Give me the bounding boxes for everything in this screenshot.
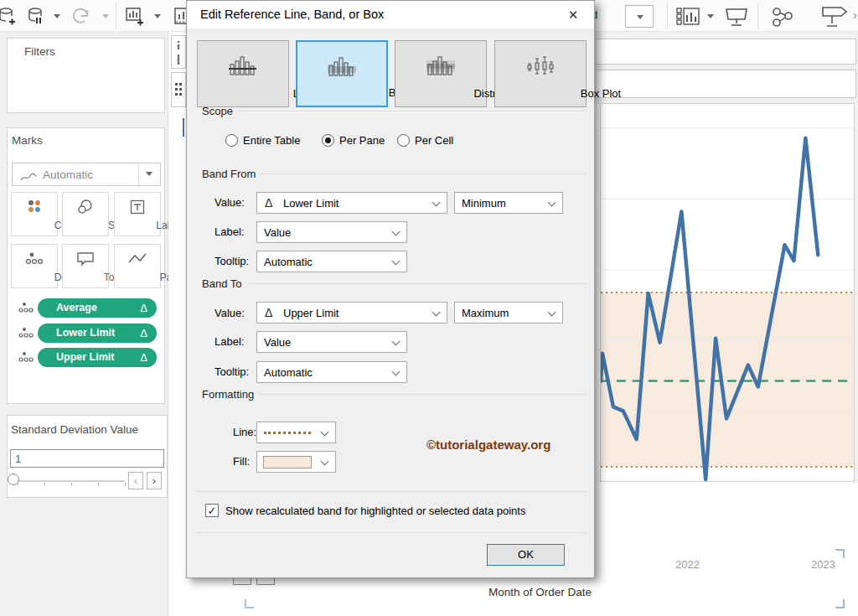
filters-card: Filters: [7, 38, 165, 113]
parameter-slider-handle[interactable]: [8, 474, 19, 485]
scope-per-cell-radio[interactable]: Per Cell: [397, 133, 473, 148]
new-worksheet-icon[interactable]: [124, 6, 146, 29]
delta-icon: Δ: [140, 298, 147, 318]
mark-type-value: Automatic: [43, 168, 93, 181]
detail-button[interactable]: Detail: [11, 244, 58, 288]
scope-entire-table-radio[interactable]: Entire Table: [225, 133, 318, 148]
chart-pane: [600, 103, 855, 482]
selection-corner-icon: [835, 549, 845, 558]
label-button[interactable]: Label: [114, 192, 161, 236]
type-line-button[interactable]: Line: [197, 40, 289, 107]
path-icon: [127, 251, 147, 267]
mark-type-caret-button[interactable]: [138, 163, 160, 185]
share-icon[interactable]: [769, 4, 796, 33]
section-divider: [239, 111, 586, 111]
fit-dropdown-button[interactable]: [625, 5, 654, 28]
band-to-aggregation-dropdown[interactable]: Maximum: [454, 302, 563, 324]
slider-tick: [125, 483, 126, 486]
band-to-value-dropdown[interactable]: Δ Upper Limit: [256, 302, 447, 324]
slider-tick: [98, 483, 99, 486]
delta-icon: Δ: [265, 306, 272, 319]
pause-updates-caret-icon[interactable]: [54, 14, 60, 18]
parameter-card: Standard Deviation Value ‹ ›: [7, 415, 168, 498]
pill-row: Lower Limit Δ: [8, 324, 166, 343]
filters-title: Filters: [24, 45, 55, 58]
highlight-caret-icon[interactable]: [707, 14, 714, 18]
band-to-section-title: Band To: [202, 277, 241, 290]
size-button[interactable]: Size: [62, 192, 109, 236]
selection-corner-icon: [245, 599, 254, 608]
dotted-line-preview-icon: [264, 432, 311, 434]
chevron-down-icon: [321, 458, 329, 466]
box-plot-type-icon: [525, 54, 556, 78]
show-recalculated-band-label: Show recalculated band for highlighted o…: [225, 505, 525, 517]
x-axis-tick-2022: 2022: [675, 558, 700, 571]
line-style-dropdown[interactable]: [256, 422, 336, 443]
toolbar-divider: [116, 3, 116, 28]
rows-shelf-edge[interactable]: [171, 72, 186, 107]
highlight-icon[interactable]: [675, 6, 702, 31]
marks-card: Marks Automatic Color Size Label: [7, 127, 165, 404]
chevron-down-icon: [392, 257, 401, 266]
refresh-icon[interactable]: [70, 6, 92, 29]
presentation-mode-icon[interactable]: [724, 6, 749, 31]
band-to-label-dropdown[interactable]: Value: [256, 331, 407, 353]
chevron-down-icon: [432, 308, 441, 317]
type-distribution-button[interactable]: Distribution: [395, 40, 487, 107]
band-from-value-dropdown[interactable]: Δ Lower Limit: [256, 192, 447, 214]
band-from-value-label: Value:: [214, 196, 245, 209]
path-button[interactable]: Path: [114, 244, 161, 288]
chevron-down-icon: [548, 199, 556, 207]
formatting-fill-label: Fill:: [233, 455, 250, 468]
type-box-plot-button[interactable]: Box Plot: [494, 40, 587, 107]
band-from-tooltip-dropdown[interactable]: Automatic: [256, 251, 407, 272]
section-divider: [261, 173, 586, 174]
radio-circle: [322, 134, 334, 147]
color-button[interactable]: Color: [11, 192, 58, 236]
measure-pill[interactable]: Upper Limit Δ: [38, 348, 157, 367]
more-tools-partial-icon[interactable]: ›: [853, 8, 857, 22]
show-me-icon[interactable]: [816, 4, 851, 33]
tooltip-button[interactable]: Tooltip: [62, 244, 109, 288]
mark-type-dropdown[interactable]: Automatic: [12, 163, 161, 186]
band-from-tooltip-label: Tooltip:: [214, 255, 249, 267]
pill-row: Average Δ: [8, 298, 166, 318]
refresh-caret-icon[interactable]: [102, 14, 109, 18]
parameter-decrement-button[interactable]: ‹: [128, 472, 143, 489]
show-recalculated-band-checkbox[interactable]: ✓: [205, 504, 219, 517]
band-from-label-label: Label:: [214, 225, 244, 238]
parameter-slider-track[interactable]: [14, 480, 125, 482]
sidebar: Filters Marks Automatic Color Size: [0, 32, 168, 616]
line-type-icon: [228, 54, 258, 78]
columns-shelf[interactable]: [597, 39, 856, 65]
columns-shelf-edge[interactable]: [171, 35, 186, 69]
check-icon: ✓: [208, 505, 217, 517]
parameter-increment-button[interactable]: ›: [147, 472, 162, 489]
edit-reference-line-dialog: Edit Reference Line, Band, or Box ✕ Line…: [186, 0, 595, 578]
detail-shelf-icon: [18, 326, 34, 344]
parameter-value-input[interactable]: [10, 449, 164, 468]
band-to-tooltip-label: Tooltip:: [214, 365, 249, 378]
band-to-tooltip-dropdown[interactable]: Automatic: [256, 361, 407, 383]
chevron-down-icon: [392, 228, 401, 236]
add-data-source-icon[interactable]: [0, 6, 17, 29]
band-from-aggregation-dropdown[interactable]: Minimum: [454, 192, 563, 214]
scope-per-pane-radio[interactable]: Per Pane: [322, 133, 397, 148]
measure-pill[interactable]: Lower Limit Δ: [38, 324, 157, 343]
toolbar-divider: [757, 3, 758, 28]
chevron-down-icon: [392, 368, 401, 376]
detail-icon: [24, 251, 44, 267]
band-from-label-dropdown[interactable]: Value: [256, 221, 407, 243]
type-band-button[interactable]: Band: [296, 40, 388, 107]
tooltip-icon: [75, 251, 96, 267]
measure-pill[interactable]: Average Δ: [38, 298, 157, 318]
section-divider: [249, 283, 586, 284]
new-worksheet-caret-icon[interactable]: [154, 14, 161, 18]
radio-circle: [225, 134, 238, 147]
view-right-margin: [855, 102, 858, 483]
close-icon[interactable]: ✕: [562, 5, 584, 25]
ok-button[interactable]: OK: [487, 544, 565, 566]
pause-auto-updates-icon[interactable]: [25, 6, 47, 29]
slider-tick: [44, 483, 45, 486]
fill-color-dropdown[interactable]: [256, 451, 336, 473]
